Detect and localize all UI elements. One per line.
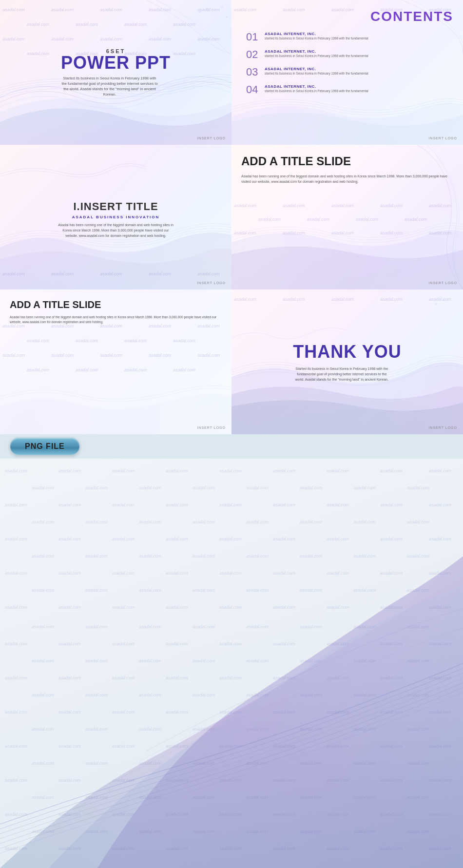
slide-5: asadal.com asadal.com asadal.com asadal.… <box>0 289 232 434</box>
contents-text-3: ASADAL INTERNET, INC. started its busine… <box>265 67 368 76</box>
contents-desc-1: started its business in Seoul Korea in F… <box>265 36 368 40</box>
contents-text-2: ASADAL INTERNET, INC. started its busine… <box>265 49 368 58</box>
svg-point-5 <box>435 303 437 305</box>
slide2-insert-logo: INSERT LOGO <box>428 136 457 140</box>
slide3-subtitle: ASADAL BUSINESS INNOVATION <box>58 214 174 219</box>
slide-6: asadal.com asadal.com asadal.com asadal.… <box>232 289 463 434</box>
svg-point-1 <box>207 8 208 10</box>
slide1-title: POWER PPT <box>61 54 171 71</box>
contents-title-2: ASADAL INTERNET, INC. <box>265 49 368 54</box>
contents-title-4: ASADAL INTERNET, INC. <box>265 84 368 89</box>
slide-4: asadal.com asadal.com asadal.com asadal.… <box>232 145 463 289</box>
contents-num-3: 03 <box>246 67 265 77</box>
slide3-insert-logo: INSERT LOGO <box>197 281 226 285</box>
slide5-desc: Asadal has been running one of the bigge… <box>10 315 224 325</box>
slide4-insert-logo: INSERT LOGO <box>428 281 457 285</box>
svg-point-4 <box>226 17 228 18</box>
slide-2: asadal.com asadal.com asadal.com asadal.… <box>232 0 463 145</box>
slide2-list: 01 ASADAL INTERNET, INC. started its bus… <box>246 32 456 102</box>
slide4-desc: Asadal has been running one of the bigge… <box>241 174 456 184</box>
slide-1: asadal.com asadal.com asadal.com asadal.… <box>0 0 232 145</box>
contents-num-2: 02 <box>246 49 265 60</box>
contents-title-3: ASADAL INTERNET, INC. <box>265 67 368 71</box>
png-file-button[interactable]: PNG FILE <box>10 438 80 455</box>
slide3-content: I.INSERT TITLE ASADAL BUSINESS INNOVATIO… <box>58 200 174 238</box>
svg-point-0 <box>199 11 201 13</box>
contents-item-4: 04 ASADAL INTERNET, INC. started its bus… <box>246 84 456 95</box>
contents-num-1: 01 <box>246 32 265 42</box>
slide1-desc: Started its business in Seoul Korea in F… <box>61 75 158 97</box>
slide5-title: ADD A TITLE SLIDE <box>10 299 101 310</box>
contents-desc-4: started its business in Seoul Korea in F… <box>265 89 368 93</box>
slide3-title: I.INSERT TITLE <box>58 200 174 212</box>
watermark-slide5: asadal.com asadal.com asadal.com asadal.… <box>0 289 232 434</box>
contents-desc-2: started its business in Seoul Korea in F… <box>265 54 368 58</box>
slide-grid: asadal.com asadal.com asadal.com asadal.… <box>0 0 463 434</box>
slide5-insert-logo: INSERT LOGO <box>197 426 226 429</box>
contents-title-1: ASADAL INTERNET, INC. <box>265 32 368 36</box>
contents-item-2: 02 ASADAL INTERNET, INC. started its bus… <box>246 49 456 60</box>
contents-item-1: 01 ASADAL INTERNET, INC. started its bus… <box>246 32 456 42</box>
svg-point-3 <box>221 6 223 9</box>
png-preview: asadal.com asadal.com asadal.com asadal.… <box>0 459 463 868</box>
slide1-content: 6SET POWER PPT Started its business in S… <box>61 48 171 97</box>
slide6-content: THANK YOU Started its business in Seoul … <box>293 342 401 383</box>
slide6-insert-logo: INSERT LOGO <box>428 426 457 429</box>
png-banner: PNG FILE <box>0 434 463 459</box>
contents-num-4: 04 <box>246 84 265 95</box>
slide6-title: THANK YOU <box>293 342 401 362</box>
svg-point-6 <box>443 300 444 301</box>
slide2-title: CONTENTS <box>370 9 453 24</box>
svg-point-2 <box>214 14 215 15</box>
contents-desc-3: started its business in Seoul Korea in F… <box>265 71 368 76</box>
slide3-desc: Asadal has been running one of the bigge… <box>58 222 174 238</box>
contents-text-4: ASADAL INTERNET, INC. started its busine… <box>265 84 368 93</box>
slide4-title: ADD A TITLE SLIDE <box>241 154 351 168</box>
png-preview-wave <box>0 459 463 868</box>
contents-text-1: ASADAL INTERNET, INC. started its busine… <box>265 32 368 40</box>
slide-3: asadal.com asadal.com asadal.com asadal.… <box>0 145 232 289</box>
slide6-desc: Started its business in Seoul Korea in F… <box>293 366 390 383</box>
contents-item-3: 03 ASADAL INTERNET, INC. started its bus… <box>246 67 456 77</box>
slide1-insert-logo: INSERT LOGO <box>197 136 226 140</box>
svg-point-7 <box>450 308 451 309</box>
